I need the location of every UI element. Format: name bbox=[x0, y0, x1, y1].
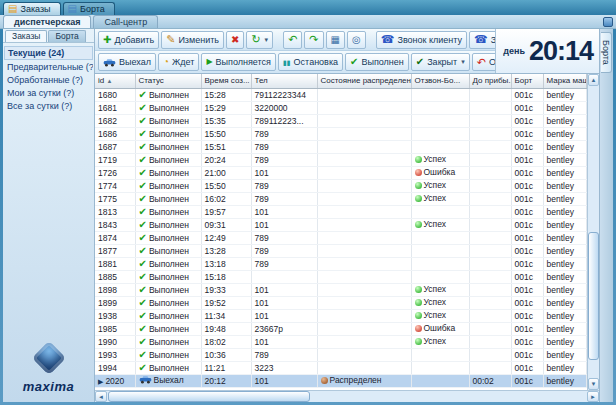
window-tab-orders[interactable]: ▤Заказы bbox=[3, 2, 61, 15]
scroll-left-button[interactable]: ◄ bbox=[95, 391, 107, 402]
inprogress-button[interactable]: ▶Выполняется bbox=[201, 53, 276, 71]
done-icon: ✔ bbox=[139, 259, 147, 269]
vertical-scroll-thumb[interactable] bbox=[588, 232, 599, 360]
scroll-right-button[interactable]: ► bbox=[587, 391, 599, 402]
cell-state bbox=[317, 270, 411, 283]
scroll-down-button[interactable]: ▼ bbox=[588, 378, 599, 390]
waiting-button[interactable]: ◔Ждет bbox=[158, 53, 199, 71]
table-row[interactable]: 1899✔Выполнен19:52101Успех001cbentley bbox=[95, 296, 587, 309]
dock-tab-boards[interactable]: Борта bbox=[601, 32, 612, 73]
cell-state bbox=[317, 257, 411, 270]
cell-eta bbox=[469, 166, 511, 179]
stop-button[interactable]: ▮▮Остановка bbox=[278, 53, 343, 71]
status-value: ✔Выполнен bbox=[139, 350, 189, 360]
cell-tel bbox=[251, 270, 317, 283]
callback-result: Успех bbox=[415, 219, 446, 229]
refresh-button[interactable]: ↻▾ bbox=[246, 31, 273, 49]
tab-dispatcher[interactable]: диспетчерская bbox=[3, 15, 91, 28]
cell-brand: bentley bbox=[543, 205, 587, 218]
cell-board: 001c bbox=[511, 140, 543, 153]
table-row[interactable]: 1726✔Выполнен21:00101Ошибка001cbentley bbox=[95, 166, 587, 179]
cell-tel: 101 bbox=[251, 166, 317, 179]
cell-state bbox=[317, 127, 411, 140]
table-row[interactable]: 1877✔Выполнен13:28789001cbentley bbox=[95, 244, 587, 257]
cell-brand: bentley bbox=[543, 231, 587, 244]
table-row[interactable]: 1993✔Выполнен10:36789001cbentley bbox=[95, 348, 587, 361]
column-header-id[interactable]: id ▲ bbox=[95, 74, 135, 88]
add-button[interactable]: ✚Добавить bbox=[98, 31, 159, 49]
cell-time: 21:00 bbox=[201, 166, 251, 179]
undo-button[interactable]: ↶ bbox=[283, 31, 302, 49]
table-row[interactable]: 1881✔Выполнен13:18789001cbentley bbox=[95, 257, 587, 270]
table-row[interactable]: 1938✔Выполнен11:34101Успех001cbentley bbox=[95, 309, 587, 322]
horizontal-scroll-thumb[interactable] bbox=[108, 391, 310, 402]
status-text: Выполнен bbox=[149, 90, 189, 100]
sidebar-item-mine-day[interactable]: Мои за сутки (?) bbox=[4, 87, 93, 99]
cell-status: ✔Выполнен bbox=[135, 283, 201, 296]
sidebar-item-preliminary[interactable]: Предварительные (?) bbox=[4, 61, 93, 73]
completed-button[interactable]: ✔Выполнен bbox=[345, 53, 409, 71]
table-row[interactable]: 1874✔Выполнен12:49789001cbentley bbox=[95, 231, 587, 244]
table-row[interactable]: 1680✔Выполнен15:2879112223344001cbentley bbox=[95, 88, 587, 101]
phone-icon: ☎ bbox=[381, 34, 395, 45]
status-text: Выполнен bbox=[149, 311, 189, 321]
sidebar-item-current[interactable]: Текущие (24) bbox=[4, 46, 93, 60]
column-header-eta[interactable]: До прибы... bbox=[469, 74, 511, 88]
cell-id: 1680 bbox=[95, 88, 135, 101]
closed-button[interactable]: ✔Закрыт▾ bbox=[411, 53, 470, 71]
table-row[interactable]: 1686✔Выполнен15:50789001cbentley bbox=[95, 127, 587, 140]
vertical-scrollbar[interactable]: ▲ ▼ bbox=[587, 74, 599, 390]
column-header-tel[interactable]: Тел bbox=[251, 74, 317, 88]
table-row[interactable]: 1682✔Выполнен15:35789112223...001cbentle… bbox=[95, 114, 587, 127]
table-row[interactable]: 1994✔Выполнен11:213223001cbentley bbox=[95, 361, 587, 374]
panel-corner-button[interactable] bbox=[603, 17, 613, 27]
column-header-state[interactable]: Состояние распределения bbox=[317, 74, 411, 88]
button-label: Изменить bbox=[178, 35, 219, 45]
table-row[interactable]: 1985✔Выполнен19:4823667pОшибка001cbentle… bbox=[95, 322, 587, 335]
cell-state: Распределен bbox=[317, 374, 411, 387]
sidebar-tab-boards[interactable]: Борта bbox=[48, 30, 85, 42]
column-header-status[interactable]: Статус bbox=[135, 74, 201, 88]
cell-time: 15:28 bbox=[201, 88, 251, 101]
table-row[interactable]: 1775✔Выполнен16:02789Успех001cbentley bbox=[95, 192, 587, 205]
callback-result: Успех bbox=[415, 336, 446, 346]
table-row[interactable]: ▶2020Выехал20:12101Распределен00:02001cb… bbox=[95, 374, 587, 387]
departed-button[interactable]: Выехал bbox=[98, 53, 156, 71]
sidebar-item-all-day[interactable]: Все за сутки (?) bbox=[4, 100, 93, 112]
table-row[interactable]: 1687✔Выполнен15:51789001cbentley bbox=[95, 140, 587, 153]
column-header-time[interactable]: Время соз... bbox=[201, 74, 251, 88]
redo-button[interactable]: ↷ bbox=[304, 31, 323, 49]
cell-board: 001c bbox=[511, 309, 543, 322]
window-tab-boards[interactable]: ▤Борта bbox=[63, 2, 115, 15]
scroll-up-button[interactable]: ▲ bbox=[588, 74, 599, 86]
main-panel: ✚Добавить✎Изменить✖↻▾↶↷▦◎☎Звонок клиенту… bbox=[95, 29, 599, 402]
call-client-button[interactable]: ☎Звонок клиенту bbox=[376, 31, 467, 49]
delete-button[interactable]: ✖ bbox=[226, 31, 244, 49]
sidebar-item-processed[interactable]: Обработанные (?) bbox=[4, 74, 93, 86]
table-row[interactable]: 1885✔Выполнен15:18001cbentley bbox=[95, 270, 587, 283]
edit-button[interactable]: ✎Изменить bbox=[161, 31, 224, 49]
table-row[interactable]: 1843✔Выполнен09:31101Успех001cbentley bbox=[95, 218, 587, 231]
cell-state bbox=[317, 322, 411, 335]
table-row[interactable]: 1719✔Выполнен20:24789Успех001cbentley bbox=[95, 153, 587, 166]
sidebar-tab-orders[interactable]: Заказы bbox=[5, 30, 47, 42]
table-row[interactable]: 1813✔Выполнен19:57101001cbentley bbox=[95, 205, 587, 218]
cell-time: 19:52 bbox=[201, 296, 251, 309]
tab-callcenter[interactable]: Call-центр bbox=[93, 15, 158, 28]
view-button[interactable]: ◎ bbox=[347, 31, 366, 49]
table-row[interactable]: 1774✔Выполнен15:50789Успех001cbentley bbox=[95, 179, 587, 192]
column-header-board[interactable]: Борт bbox=[511, 74, 543, 88]
cell-brand: bentley bbox=[543, 335, 587, 348]
table-row[interactable]: 1898✔Выполнен19:33101Успех001cbentley bbox=[95, 283, 587, 296]
table-row[interactable]: 1990✔Выполнен18:02101Успех001cbentley bbox=[95, 335, 587, 348]
save-button[interactable]: ▦ bbox=[326, 31, 345, 49]
cell-id: 1682 bbox=[95, 114, 135, 127]
column-header-callback[interactable]: Отзвон-Бо... bbox=[411, 74, 469, 88]
table-row[interactable]: 1681✔Выполнен15:293220000001cbentley bbox=[95, 101, 587, 114]
cell-brand: bentley bbox=[543, 88, 587, 101]
horizontal-scrollbar[interactable]: ◄ ► bbox=[95, 390, 599, 402]
cell-eta bbox=[469, 309, 511, 322]
column-header-brand[interactable]: Марка маш... bbox=[543, 74, 587, 88]
status-value: ✔Выполнен bbox=[139, 272, 189, 282]
car-icon bbox=[103, 58, 116, 67]
